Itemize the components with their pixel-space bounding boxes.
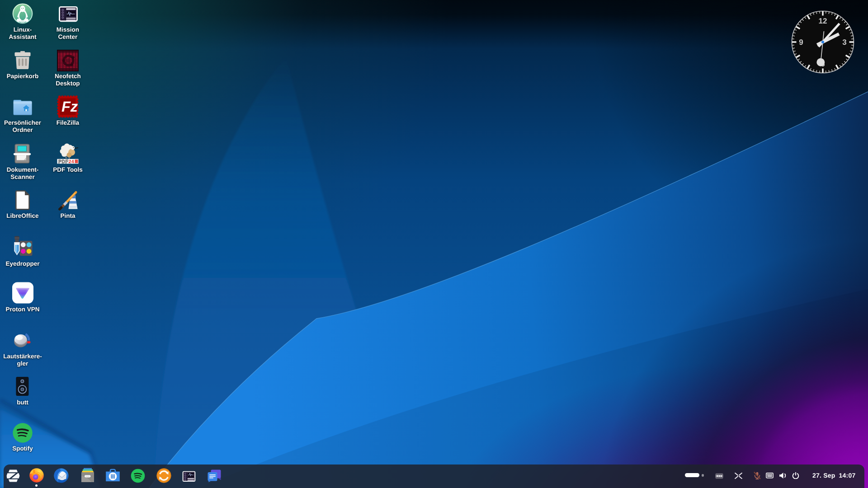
svg-text:3: 3	[842, 38, 846, 47]
svg-text:12: 12	[819, 17, 827, 25]
svg-text:Fz: Fz	[61, 99, 78, 115]
svg-text:PDF: PDF	[58, 159, 69, 164]
svg-text:9: 9	[799, 38, 803, 47]
svg-text:24: 24	[69, 159, 75, 164]
